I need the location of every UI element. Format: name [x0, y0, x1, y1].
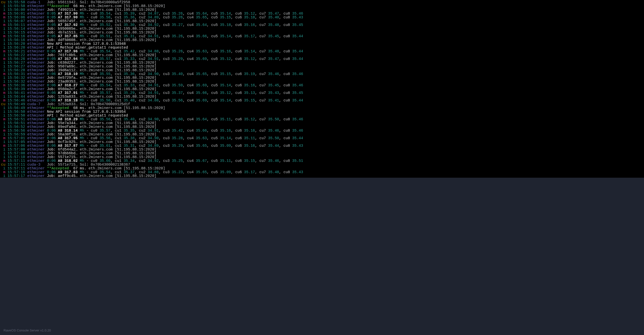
log-line: i 15:56:44 ethminer Job: 1253a833… eth.2… [1, 95, 643, 99]
log-line: m 15:56:16 ethminer 0:05 A7 317.85 Mh - … [1, 34, 643, 38]
log-line: i 15:57:17 ethminer Job: aeff9c45… eth.2… [1, 174, 643, 178]
log-line: i 15:56:39 ethminer Job: 0560a2cf… eth.2… [1, 87, 643, 91]
log-line: i 15:56:14 ethminer Job: b950085e… eth.2… [1, 27, 643, 31]
log-line: m 15:57:06 ethminer 0:06 A8 317.87 Mh - … [1, 144, 643, 148]
log-line: m 15:56:31 ethminer 0:06 A7 318.10 Mh - … [1, 72, 643, 76]
log-line: i 15:57:05 ethminer Job: 0cf3c925… eth.2… [1, 140, 643, 144]
log-line: cu 15:56:49 cuda-7 Job: 1253a833… Sol: 0… [1, 102, 643, 106]
log-line: i 15:56:52 ethminer Job: 89edfa8d… eth.2… [1, 125, 643, 129]
footer-version: RaveOS Console Server v1.0.20 [4, 329, 51, 332]
log-line: i 15:56:50 ethminer New API session from… [1, 110, 643, 114]
log-line: i 15:57:11 ethminer **Accepted 67 ms. et… [1, 167, 643, 170]
log-line: m 15:56:36 ethminer 0:06 A7 318.27 Mh - … [1, 84, 643, 87]
log-line: i 15:56:27 ethminer Job: c638d227… eth.2… [1, 61, 643, 65]
log-line: i 15:56:32 ethminer Job: 0e5729fa… eth.2… [1, 76, 643, 80]
log-line: m 15:57:01 ethminer 0:06 A8 317.95 Mh - … [1, 136, 643, 140]
log-line: cu 15:55:58 cuda-1 Job: b5611942… Sol: 0… [1, 1, 643, 4]
log-line: m 15:56:46 ethminer 0:06 A7 318.18 Mh - … [1, 99, 643, 102]
log-line: i 15:56:49 ethminer **Accepted 68 ms. et… [1, 106, 643, 110]
log-line: cu 15:57:11 cuda-3 Job: 5571e715… Sol: 0… [1, 163, 643, 167]
log-line: i 15:57:08 ethminer Job: 6fd544a2… eth.2… [1, 148, 643, 152]
log-line: m 15:56:01 ethminer 0:05 A7 317.90 Mh - … [1, 12, 643, 16]
log-line: i 15:56:28 ethminer Job: 39d6a112… eth.2… [1, 68, 643, 72]
log-line: i 15:56:59 ethminer Job: 5ba30f18… eth.2… [1, 133, 643, 136]
log-line: i 15:56:51 ethminer Job: 55e7a344… eth.2… [1, 121, 643, 125]
log-line: i 15:56:32 ethminer Job: 23ad0353… eth.2… [1, 80, 643, 84]
log-line: m 15:56:06 ethminer 0:05 A7 317.90 Mh - … [1, 16, 643, 19]
log-line: m 15:57:16 ethminer 0:06 A9 317.83 Mh - … [1, 170, 643, 174]
log-line: i 15:56:07 ethminer Job: 5655745f… eth.2… [1, 19, 643, 23]
log-line: i 15:56:20 ethminer API : Method miner_g… [1, 46, 643, 50]
log-line: m 15:56:11 ethminer 0:05 A7 317.92 Mh - … [1, 23, 643, 27]
log-line: m 15:56:51 ethminer 0:06 A8 318.29 Mh - … [1, 118, 643, 121]
log-line: i 15:57:08 ethminer Job: 97dbb6bd… eth.2… [1, 152, 643, 155]
log-line: m 15:56:41 ethminer 0:06 A7 317.91 Mh - … [1, 91, 643, 95]
log-line: i 15:56:16 ethminer Job: ddf50608… eth.2… [1, 38, 643, 42]
log-line: m 15:56:21 ethminer 0:05 A7 317.96 Mh - … [1, 50, 643, 53]
log-line: m 15:56:56 ethminer 0:06 A8 318.14 Mh - … [1, 129, 643, 133]
log-line: i 15:56:20 ethminer New API session from… [1, 42, 643, 46]
log-line: i 15:56:50 ethminer API : Method miner_g… [1, 114, 643, 118]
log-line: i 15:56:00 ethminer Job: f4992114… eth.2… [1, 8, 643, 12]
log-line: i 15:56:27 ethminer Job: 9507a69c… eth.2… [1, 65, 643, 68]
log-line: i 15:57:10 ethminer Job: 5571e715… eth.2… [1, 155, 643, 159]
log-line: i 15:56:22 ethminer Job: 761fc8b5… eth.2… [1, 53, 643, 57]
log-line: i 15:55:58 ethminer **Accepted 66 ms. et… [1, 4, 643, 8]
log-line: m 15:56:26 ethminer 0:05 A7 317.94 Mh - … [1, 57, 643, 61]
terminal-output[interactable]: cu 15:55:58 cuda-1 Job: b5611942… Sol: 0… [0, 0, 644, 178]
log-line: i 15:56:15 ethminer Job: 4b7a1513… eth.2… [1, 31, 643, 34]
log-line: m 15:57:11 ethminer 0:06 A8 318.02 Mh - … [1, 159, 643, 163]
